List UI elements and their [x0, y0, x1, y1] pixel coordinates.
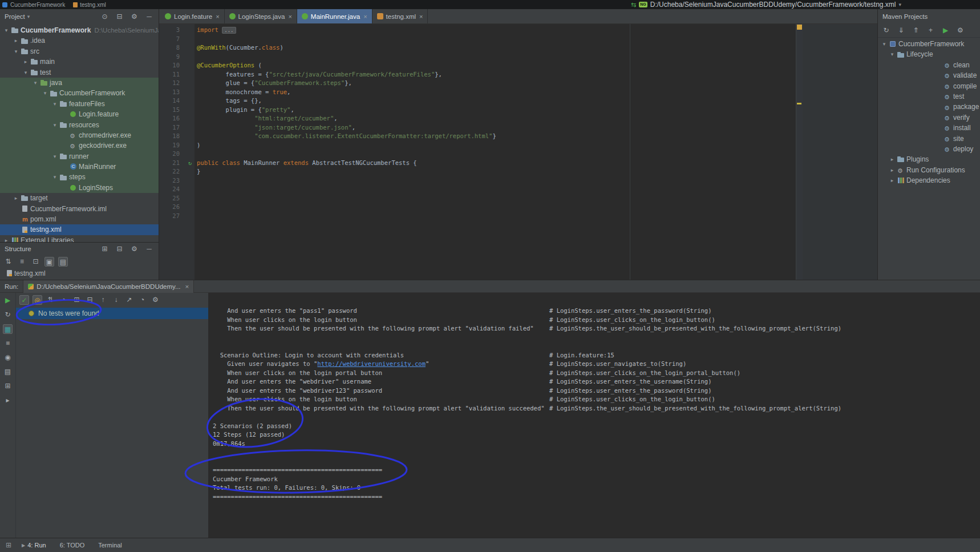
project-item-pom-xml[interactable]: pom.xml	[0, 214, 159, 224]
editor-tab-loginsteps-java[interactable]: LoginSteps.java×	[225, 9, 297, 23]
code-line-23[interactable]: 23	[159, 176, 796, 186]
statusbar-terminal-button[interactable]: Terminal	[91, 542, 129, 549]
maven-item-deploy[interactable]: deploy	[878, 144, 980, 154]
project-item-steps[interactable]: ▾steps	[0, 172, 159, 182]
sort-visibility-icon[interactable]: ≡	[17, 257, 27, 267]
code-line-22[interactable]: 22}	[159, 167, 796, 176]
locate-icon[interactable]: ⊙	[100, 12, 110, 22]
code-line-15[interactable]: 15 plugin = {"pretty",	[159, 106, 796, 115]
passed-filter-icon[interactable]: ✓	[19, 295, 29, 305]
rerun-icon[interactable]: ↻	[3, 310, 13, 320]
close-icon[interactable]: ×	[185, 283, 189, 290]
chevron-down-icon[interactable]: ▾	[31, 78, 39, 88]
chevron-down-icon[interactable]: ▾	[51, 99, 59, 109]
sort-alpha-icon[interactable]: ⇅	[46, 295, 55, 305]
close-icon[interactable]: ×	[419, 13, 423, 20]
project-item-idea[interactable]: ▸.idea	[0, 35, 159, 46]
chevron-down-icon[interactable]: ▾	[2, 25, 10, 35]
maven-item-install[interactable]: install	[878, 123, 980, 133]
close-icon[interactable]: ×	[363, 13, 367, 20]
sort-alpha-icon[interactable]: ⇅	[3, 257, 13, 267]
maven-item-dependencies[interactable]: ▸Dependencies	[878, 175, 980, 186]
upload-icon[interactable]: ⇑	[911, 26, 921, 35]
code-line-13[interactable]: 13 monochrome = true,	[159, 88, 796, 97]
project-item-src[interactable]: ▾src	[0, 46, 159, 57]
expand-all-icon[interactable]: ⊞	[72, 295, 82, 305]
project-item-cucumberframework[interactable]: ▾CucumberFrameworkD:\Ucheba\SeleniumJava…	[0, 25, 159, 35]
project-item-runner[interactable]: ▾runner	[0, 151, 159, 162]
run-config-selector[interactable]: ⇆ NG D:/Ucheba/SeleniumJavaCucumberBDDUd…	[631, 0, 901, 9]
maven-item-plugins[interactable]: ▸Plugins	[878, 154, 980, 164]
chevron-down-icon[interactable]: ▾	[51, 151, 59, 162]
refresh-icon[interactable]: ↻	[881, 26, 891, 35]
sort-duration-icon[interactable]: ◔	[59, 295, 68, 305]
console-link[interactable]: http://webdriveruniversity.com	[317, 360, 426, 367]
code-line-24[interactable]: 24	[159, 185, 796, 194]
project-panel-title[interactable]: Project	[5, 13, 25, 20]
close-icon[interactable]: ×	[216, 13, 219, 20]
chevron-right-icon[interactable]: ▸	[12, 193, 20, 203]
project-item-cucumberframework-iml[interactable]: CucumberFramework.iml	[0, 204, 159, 214]
maven-item-validate[interactable]: validate	[878, 70, 980, 80]
code-line-17[interactable]: 17 "json:target/cucumber.json",	[159, 123, 796, 132]
code-line-3[interactable]: 3import ...	[159, 26, 796, 35]
code-line-27[interactable]: 27	[159, 212, 796, 221]
project-item-test[interactable]: ▾test	[0, 67, 159, 78]
chevron-right-icon[interactable]: ▸	[12, 35, 20, 46]
maven-item-run-configurations[interactable]: ▸Run Configurations	[878, 165, 980, 175]
layout-icon[interactable]: ▤	[3, 367, 13, 377]
project-item-resources[interactable]: ▾resources	[0, 120, 159, 130]
project-item-main[interactable]: ▸main	[0, 57, 159, 67]
project-item-testng-xml[interactable]: testng.xml	[0, 224, 159, 235]
show-inherited-icon[interactable]: ▤	[58, 257, 68, 267]
chevron-down-icon[interactable]: ▾	[12, 46, 20, 57]
maven-item-lifecycle[interactable]: ▾Lifecycle	[878, 49, 980, 59]
project-item-mainrunner[interactable]: MainRunner	[0, 162, 159, 172]
chevron-right-icon[interactable]: ▸	[2, 235, 10, 242]
close-icon[interactable]: ×	[288, 13, 291, 20]
code-line-9[interactable]: 9	[159, 53, 796, 62]
code-line-11[interactable]: 11 features = {"src/test/java/CucumberFr…	[159, 70, 796, 79]
camera-icon[interactable]: ◉	[3, 353, 13, 362]
code-line-21[interactable]: 21↻public class MainRunner extends Abstr…	[159, 159, 796, 168]
chevron-down-icon[interactable]: ▾	[51, 172, 59, 182]
error-stripe[interactable]	[796, 24, 803, 280]
chevron-right-icon[interactable]: ▸	[888, 165, 896, 175]
code-line-10[interactable]: 10@CucumberOptions (	[159, 61, 796, 70]
code-line-19[interactable]: 19)	[159, 141, 796, 150]
run-gutter-icon[interactable]: ↻	[185, 159, 195, 168]
project-item-featurefiles[interactable]: ▾featureFiles	[0, 99, 159, 109]
collapse-all-icon[interactable]: ⊟	[115, 12, 124, 22]
editor-tab-login-feature[interactable]: Login.feature×	[160, 9, 225, 23]
stop-icon[interactable]: ■	[3, 339, 13, 348]
code-line-8[interactable]: 8@RunWith(Cucumber.class)	[159, 43, 796, 53]
editor-body[interactable]: 3import ...78@RunWith(Cucumber.class)910…	[159, 24, 877, 280]
settings-icon[interactable]: ⚙	[955, 26, 965, 35]
maven-item-site[interactable]: site	[878, 134, 980, 144]
maven-item-compile[interactable]: compile	[878, 81, 980, 91]
run-icon[interactable]: ▶	[3, 296, 13, 305]
chevron-right-icon[interactable]: ▸	[888, 154, 896, 164]
download-icon[interactable]: ⇓	[896, 26, 906, 35]
expand-all-icon[interactable]: ⊞	[100, 244, 110, 254]
project-item-geckodriver-exe[interactable]: geckodriver.exe	[0, 140, 159, 151]
chevron-right-icon[interactable]: ▸	[22, 57, 30, 67]
chart-icon[interactable]: ▦	[3, 324, 13, 334]
statusbar-todo-button[interactable]: 6: TODO	[53, 542, 92, 549]
chevron-down-icon[interactable]: ▾	[22, 67, 30, 78]
show-fields-icon[interactable]: ▣	[44, 257, 54, 267]
chevron-down-icon[interactable]: ▾	[880, 39, 888, 49]
project-item-target[interactable]: ▸target	[0, 193, 159, 203]
code-line-16[interactable]: 16 "html:target/cucumber",	[159, 114, 796, 123]
maven-item-test[interactable]: test	[878, 91, 980, 102]
toolwindow-switcher-icon[interactable]: ⊞	[2, 541, 15, 549]
code-line-25[interactable]: 25	[159, 194, 796, 203]
chevron-right-icon[interactable]: ▸	[888, 175, 896, 186]
collapse-all-icon[interactable]: ⊟	[85, 295, 95, 305]
hide-icon[interactable]: ─	[144, 244, 154, 254]
chevron-down-icon[interactable]: ▾	[888, 49, 896, 59]
grid-icon[interactable]: ⊞	[3, 381, 13, 391]
maven-item-package[interactable]: package	[878, 102, 980, 112]
structure-item-testng-xml[interactable]: testng.xml	[0, 268, 159, 279]
no-tests-row[interactable]: No tests were found	[16, 308, 208, 319]
